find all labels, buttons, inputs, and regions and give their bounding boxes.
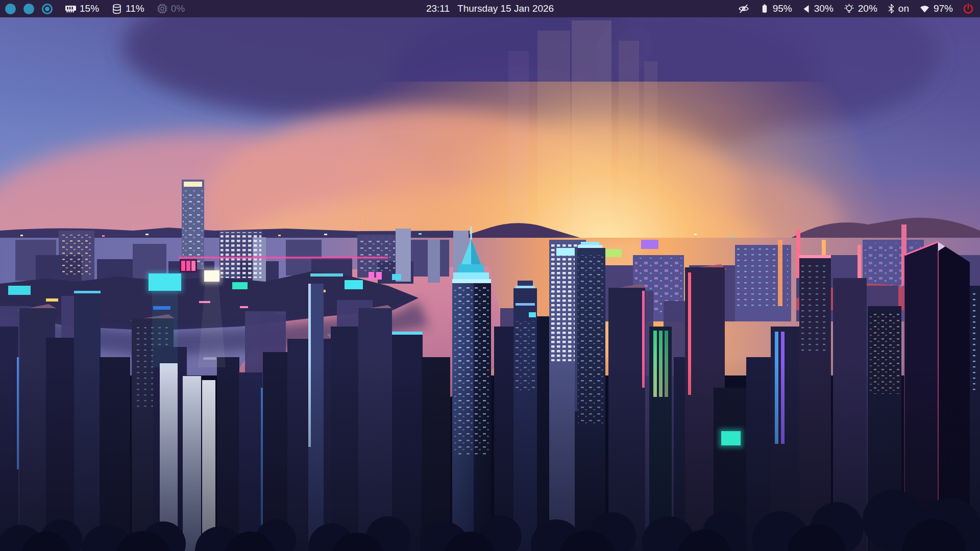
storage-usage-value: 11% (126, 3, 144, 14)
bluetooth-status[interactable]: on (887, 3, 909, 14)
clock[interactable]: 23:11 Thursday 15 Jan 2026 (426, 0, 554, 17)
eye-off-icon (738, 3, 750, 14)
wifi-status[interactable]: 97% (919, 3, 953, 14)
battery-status[interactable]: 95% (760, 3, 792, 14)
cpu-icon (157, 3, 168, 14)
clock-date: Thursday 15 Jan 2026 (457, 3, 554, 14)
battery-icon (760, 3, 770, 14)
memory-usage[interactable]: 15% (65, 3, 99, 14)
workspace-active-pip (45, 7, 50, 11)
storage-usage[interactable]: 11% (111, 3, 144, 14)
volume-icon (802, 4, 811, 14)
storage-icon (111, 4, 122, 14)
status-bar: 15% 11% 0% 23:11 Thursday 15 Jan 2026 (0, 0, 980, 17)
desktop: 15% 11% 0% 23:11 Thursday 15 Jan 2026 (0, 0, 980, 551)
brightness-icon (843, 3, 855, 15)
power-button[interactable] (963, 3, 974, 14)
wifi-icon (919, 4, 930, 14)
privacy-indicator[interactable] (738, 3, 750, 14)
bluetooth-value: on (898, 3, 909, 14)
volume-status[interactable]: 30% (802, 3, 834, 14)
cpu-usage[interactable]: 0% (157, 3, 185, 14)
workspace-dot-2[interactable] (23, 4, 34, 14)
bluetooth-icon (887, 3, 895, 14)
power-icon (963, 3, 974, 14)
bar-left-modules: 15% 11% 0% (0, 3, 185, 14)
clock-time: 23:11 (426, 3, 450, 14)
bar-right-modules: 95% 30% 20% on 97% (738, 3, 980, 15)
workspace-dot-1[interactable] (5, 4, 16, 14)
cpu-usage-value: 0% (171, 3, 185, 14)
brightness-status[interactable]: 20% (843, 3, 877, 15)
brightness-value: 20% (858, 3, 877, 14)
workspace-indicators (5, 4, 53, 14)
memory-icon (65, 4, 77, 14)
memory-usage-value: 15% (80, 3, 99, 14)
wifi-value: 97% (934, 3, 953, 14)
wallpaper-illustration (0, 0, 980, 551)
battery-value: 95% (773, 3, 792, 14)
volume-value: 30% (814, 3, 834, 14)
workspace-dot-active[interactable] (42, 4, 53, 14)
